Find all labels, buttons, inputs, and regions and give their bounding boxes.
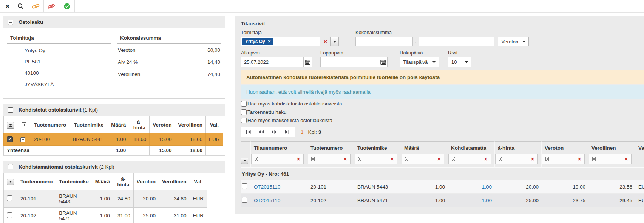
calendar-icon[interactable]	[379, 57, 388, 67]
approve-check-icon[interactable]	[63, 2, 71, 11]
col-header-val: Val.	[635, 141, 644, 153]
col-header-tuotenumero: Tuotenumero	[17, 173, 56, 190]
column-filter-input[interactable]: ✕	[495, 154, 538, 164]
expand-all-icon[interactable]	[22, 122, 26, 127]
tag-remove-icon[interactable]: ✕	[268, 40, 271, 43]
clear-filter-icon[interactable]: ✕	[578, 157, 581, 161]
unchecked-checkbox[interactable]	[242, 183, 247, 189]
kokonaissumma-type-select[interactable]: Veroton	[498, 37, 529, 46]
rivit-select[interactable]: 10	[448, 57, 471, 67]
cell-tuotenumero: 20-101	[17, 190, 56, 207]
panel-count: (1 Kpl)	[83, 107, 98, 113]
col-header-ahinta: á-hinta	[129, 116, 150, 133]
filter-cell-tilausnumero: ✕	[251, 153, 307, 168]
table-row: ✓ 20-100 BRAUN 5441 1.00 18.60 15.00 18.…	[4, 133, 223, 146]
column-filter-input[interactable]: ✕	[355, 154, 397, 164]
cell-kohdistamatta[interactable]: 1.00	[448, 194, 495, 208]
toimittaja-multiselect[interactable]: Yritys Oy✕	[241, 37, 320, 46]
clear-filter-icon[interactable]: ✕	[531, 157, 534, 161]
summary-value: 74,40	[207, 71, 220, 77]
footer-maara: 1.00	[108, 145, 129, 155]
right-column: Tilausrivit Toimittaja Yritys Oy✕ ✕ Koko…	[235, 16, 644, 214]
clear-filter-icon[interactable]: ✕	[624, 157, 628, 161]
col-header-tuotenumero: Tuotenumero	[31, 116, 69, 133]
collapse-icon[interactable]	[8, 20, 13, 25]
order-number-link[interactable]: OT2015110	[254, 184, 280, 190]
unlink-icon[interactable]	[48, 2, 55, 11]
select-all-dropdown-icon[interactable]	[7, 122, 14, 129]
column-filter-input[interactable]: ✕	[542, 154, 585, 164]
kokonaissumma-min-input[interactable]	[355, 37, 413, 46]
cell-veroton: 25.00	[133, 207, 159, 223]
column-filter-input[interactable]: ✕	[251, 154, 304, 164]
filter-glyph-icon	[452, 157, 455, 161]
cell-maara: 1.00	[401, 194, 448, 208]
collapse-icon[interactable]	[8, 107, 13, 113]
column-filter-input[interactable]: ✕	[589, 154, 632, 164]
last-page-icon[interactable]	[283, 129, 292, 135]
kokonaissumma-section: Kokonaissumma Veroton 60,00 Alv 24 % 14,…	[117, 33, 221, 89]
cell-maara: 1.00	[108, 133, 129, 146]
clear-filter-icon[interactable]: ✕	[297, 157, 300, 161]
select-all-dropdown-icon[interactable]	[241, 158, 248, 164]
triangle-down-icon	[9, 181, 12, 183]
cell-veroton: 15.00	[150, 133, 175, 146]
panel-title-text: Kohdistetut ostolaskurivit	[19, 107, 82, 113]
cell-veroton: 23.75	[542, 194, 588, 208]
cell-ahinta: 31.00	[113, 207, 133, 223]
supplier-dropdown-button[interactable]	[330, 37, 339, 46]
panel-kohdistetut-header: Kohdistetut ostolaskurivit (1 Kpl)	[3, 104, 225, 116]
column-filter-input[interactable]: ✕	[448, 154, 491, 164]
select-col-header	[241, 141, 251, 153]
expand-row-icon[interactable]	[20, 137, 25, 142]
first-page-icon[interactable]	[244, 129, 253, 135]
calendar-icon[interactable]	[304, 57, 312, 67]
cell-tuotenimike: BRAUN 5441	[69, 133, 108, 146]
link-icon[interactable]	[32, 2, 40, 11]
unchecked-checkbox[interactable]	[242, 197, 247, 203]
select-all-cell	[4, 173, 17, 190]
clear-filter-icon[interactable]: ✕	[484, 157, 488, 161]
current-page[interactable]: 1	[301, 129, 304, 135]
alkupvm-input[interactable]	[241, 57, 304, 67]
next-page-icon[interactable]	[270, 129, 279, 135]
panel-title-text: Kohdistamattomat ostolaskurivit	[19, 164, 98, 170]
checked-checkbox[interactable]: ✓	[7, 136, 13, 142]
toimittaja-filter: Toimittaja Yritys Oy✕ ✕	[241, 29, 339, 46]
close-icon[interactable]: ✕	[4, 2, 11, 11]
select-all-dropdown-icon[interactable]	[7, 179, 14, 185]
supplier-name: Yritys Oy	[7, 46, 111, 55]
toolbar: ✕	[0, 0, 644, 13]
loppupvm-input[interactable]	[320, 57, 379, 67]
clear-filter-icon[interactable]: ✕	[390, 157, 394, 161]
summary-label: Alv 24 %	[118, 59, 138, 65]
filter-cell-val	[635, 153, 644, 168]
cell-tuotenimike: BRAUN 5443	[354, 180, 401, 194]
kokonaissumma-max-input[interactable]	[419, 37, 494, 46]
previous-page-icon[interactable]	[257, 129, 266, 135]
option-checkbox[interactable]	[241, 101, 247, 107]
column-filter-input[interactable]: ✕	[402, 154, 444, 164]
clear-filter-icon[interactable]: ✕	[437, 157, 441, 161]
panel-kohdistetut: Kohdistetut ostolaskurivit (1 Kpl) Tuote…	[3, 104, 225, 156]
cell-val: EUR	[190, 207, 207, 223]
filter-glyph-icon	[592, 157, 596, 161]
option-checkbox[interactable]	[241, 109, 247, 115]
collapse-icon[interactable]	[8, 164, 13, 169]
option-checkbox[interactable]	[241, 118, 247, 123]
clear-filter-icon[interactable]: ✕	[343, 157, 347, 161]
column-filter-input[interactable]: ✕	[308, 154, 351, 164]
row-select-cell: ✓	[4, 133, 17, 146]
filter-glyph-icon	[358, 157, 361, 161]
col-header-tuotenimike: Tuotenimike	[354, 141, 401, 153]
cell-kohdistamatta[interactable]: 1.00	[448, 180, 495, 194]
summary-value: 60,00	[207, 47, 220, 53]
search-icon[interactable]	[17, 2, 24, 11]
supplier-street: PL 581	[7, 57, 111, 67]
clear-supplier-icon[interactable]: ✕	[320, 39, 330, 45]
hakupaiva-select[interactable]: Tilauspäivä	[400, 57, 439, 67]
unchecked-checkbox[interactable]	[7, 212, 12, 218]
col-header-veroton: Veroton	[542, 141, 588, 153]
order-number-link[interactable]: OT2015110	[254, 198, 280, 203]
unchecked-checkbox[interactable]	[7, 195, 12, 201]
